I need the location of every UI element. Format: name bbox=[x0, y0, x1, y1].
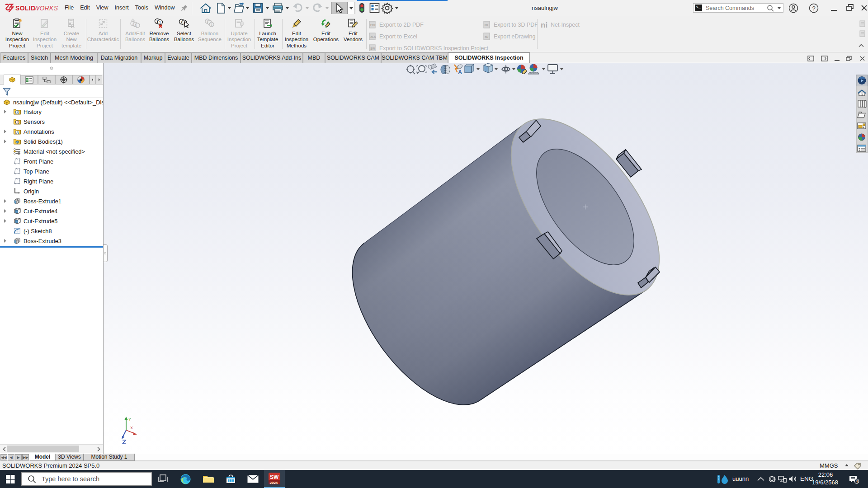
svg-text:Export to 3D PDF: Export to 3D PDF bbox=[494, 22, 538, 28]
svg-text:1: 1 bbox=[156, 19, 159, 23]
svg-text:X: X bbox=[130, 426, 133, 430]
svg-text:SW: SW bbox=[370, 47, 375, 50]
svg-text:XLS: XLS bbox=[370, 35, 376, 38]
svg-text:PDF: PDF bbox=[370, 23, 376, 27]
svg-text:1: 1 bbox=[207, 19, 208, 23]
svg-text:Export eDrawing: Export eDrawing bbox=[494, 33, 535, 40]
svg-text:1: 1 bbox=[181, 20, 183, 24]
svg-text:A: A bbox=[16, 131, 19, 135]
svg-text:ni: ni bbox=[541, 21, 547, 29]
svg-text:Export to 2D PDF: Export to 2D PDF bbox=[379, 22, 424, 28]
svg-text:1: 1 bbox=[135, 23, 137, 28]
svg-text:Export to Excel: Export to Excel bbox=[379, 33, 417, 40]
svg-text:SOLID: SOLID bbox=[15, 5, 35, 12]
svg-text:eD: eD bbox=[485, 35, 489, 38]
svg-text:A: A bbox=[458, 69, 462, 75]
svg-text:1: 1 bbox=[159, 20, 161, 24]
svg-text:1: 1 bbox=[133, 23, 135, 27]
svg-text:4: 4 bbox=[856, 479, 858, 483]
svg-text:3: 3 bbox=[211, 23, 212, 27]
svg-text:SW: SW bbox=[270, 474, 279, 480]
svg-text:3D: 3D bbox=[485, 23, 489, 27]
svg-text:Y: Y bbox=[128, 417, 131, 422]
svg-text:?: ? bbox=[812, 5, 816, 12]
svg-text:Net-Inspect: Net-Inspect bbox=[551, 22, 580, 28]
svg-text:Export to SOLIDWORKS Inspectio: Export to SOLIDWORKS Inspection Project bbox=[379, 45, 489, 52]
svg-text:2024: 2024 bbox=[270, 481, 278, 485]
svg-text:WORKS: WORKS bbox=[33, 5, 58, 12]
